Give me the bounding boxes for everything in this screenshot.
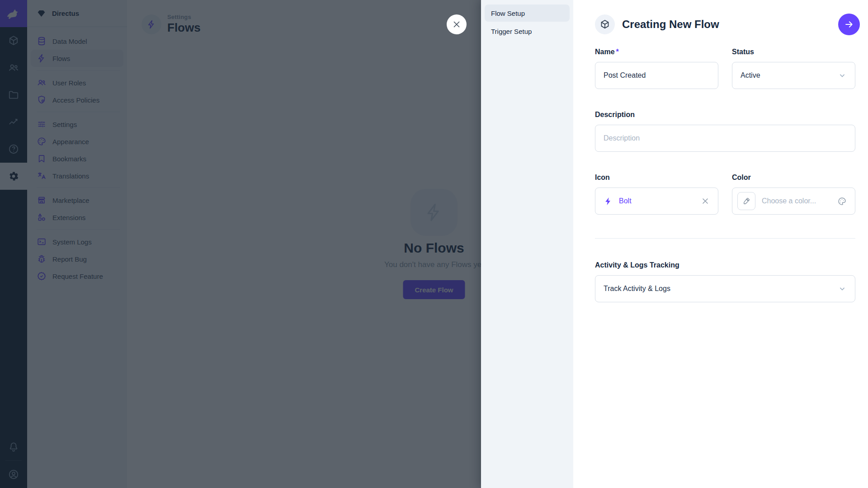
color-input[interactable]: Choose a color...: [732, 188, 855, 215]
chevron-down-icon: [838, 71, 847, 80]
close-icon: [452, 19, 462, 29]
drawer-icon-circle: [595, 14, 615, 34]
required-asterisk: *: [616, 48, 619, 56]
tracking-label: Activity & Logs Tracking: [595, 261, 855, 269]
arrow-right-icon: [844, 19, 854, 29]
tracking-select[interactable]: Track Activity & Logs: [595, 275, 855, 302]
icon-value: Bolt: [619, 197, 632, 205]
form-divider: [595, 238, 855, 239]
name-field[interactable]: [604, 71, 710, 80]
status-select[interactable]: Active: [732, 62, 855, 89]
name-label: Name*: [595, 48, 718, 56]
cube-icon: [599, 19, 610, 30]
description-label: Description: [595, 111, 855, 119]
drawer-nav-item-trigger-setup[interactable]: Trigger Setup: [485, 23, 570, 40]
eyedropper-button[interactable]: [737, 192, 755, 210]
drawer-nav: Flow Setup Trigger Setup: [481, 0, 573, 488]
drawer-title: Creating New Flow: [622, 18, 719, 31]
chevron-down-icon: [838, 284, 847, 293]
creating-new-flow-drawer: Flow Setup Trigger Setup Creating New Fl…: [481, 0, 868, 488]
save-flow-button[interactable]: [838, 14, 860, 35]
drawer-content: Creating New Flow Name* Status Active: [573, 0, 868, 488]
palette-icon[interactable]: [837, 197, 847, 206]
color-label: Color: [732, 174, 855, 182]
icon-select[interactable]: Bolt: [595, 188, 718, 215]
color-placeholder: Choose a color...: [762, 197, 816, 205]
drawer-header: Creating New Flow: [595, 14, 855, 35]
drawer-nav-item-flow-setup[interactable]: Flow Setup: [485, 5, 570, 22]
status-value: Active: [741, 71, 760, 80]
status-label: Status: [732, 48, 855, 56]
tracking-value: Track Activity & Logs: [604, 285, 670, 293]
close-drawer-button[interactable]: [447, 14, 467, 34]
icon-label: Icon: [595, 174, 718, 182]
flow-setup-form: Name* Status Active Description: [595, 48, 855, 302]
eyedropper-icon: [742, 197, 750, 205]
clear-icon[interactable]: [701, 197, 710, 206]
bolt-icon: [604, 197, 613, 206]
description-field[interactable]: [604, 134, 847, 142]
